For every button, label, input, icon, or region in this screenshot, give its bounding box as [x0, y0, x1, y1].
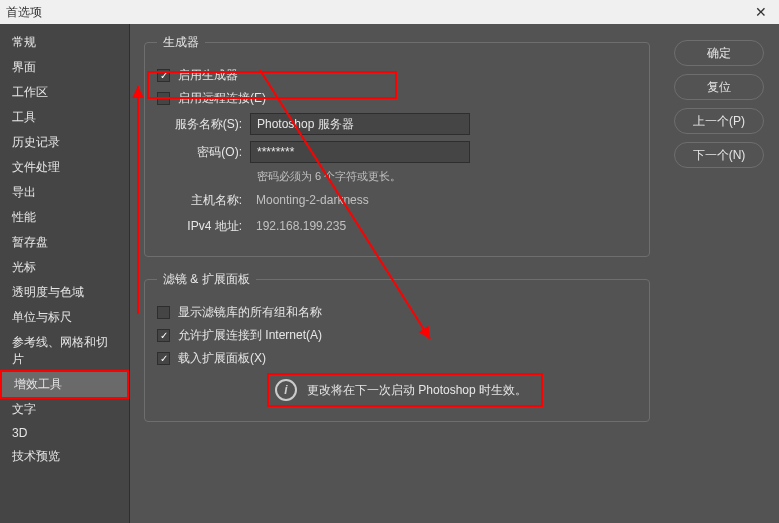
password-input[interactable]	[250, 141, 470, 163]
host-label: 主机名称:	[157, 192, 242, 209]
generator-legend: 生成器	[157, 34, 205, 51]
sidebar-item-general[interactable]: 常规	[0, 30, 129, 55]
reset-button[interactable]: 复位	[674, 74, 764, 100]
sidebar-item-filehandling[interactable]: 文件处理	[0, 155, 129, 180]
ipv4-label: IPv4 地址:	[157, 218, 242, 235]
next-button[interactable]: 下一个(N)	[674, 142, 764, 168]
password-hint: 密码必须为 6 个字符或更长。	[257, 169, 637, 184]
load-panels-checkbox[interactable]	[157, 352, 170, 365]
sidebar-item-history[interactable]: 历史记录	[0, 130, 129, 155]
show-all-filters-label: 显示滤镜库的所有组和名称	[178, 304, 322, 321]
sidebar-item-performance[interactable]: 性能	[0, 205, 129, 230]
sidebar-item-scratch[interactable]: 暂存盘	[0, 230, 129, 255]
allow-internet-checkbox[interactable]	[157, 329, 170, 342]
sidebar-item-tools[interactable]: 工具	[0, 105, 129, 130]
enable-generator-label: 启用生成器	[178, 67, 238, 84]
sidebar-item-plugins[interactable]: 增效工具	[0, 370, 129, 399]
restart-notice: i 更改将在下一次启动 Photoshop 时生效。	[267, 373, 543, 407]
sidebar-item-cursor[interactable]: 光标	[0, 255, 129, 280]
load-panels-label: 载入扩展面板(X)	[178, 350, 266, 367]
sidebar-item-export[interactable]: 导出	[0, 180, 129, 205]
sidebar-item-interface[interactable]: 界面	[0, 55, 129, 80]
sidebar: 常规 界面 工作区 工具 历史记录 文件处理 导出 性能 暂存盘 光标 透明度与…	[0, 24, 130, 523]
sidebar-item-techpreview[interactable]: 技术预览	[0, 444, 129, 469]
show-all-filters-checkbox[interactable]	[157, 306, 170, 319]
ipv4-value: 192.168.199.235	[250, 216, 470, 236]
info-icon: i	[275, 379, 297, 401]
sidebar-item-units[interactable]: 单位与标尺	[0, 305, 129, 330]
enable-remote-label: 启用远程连接(E)	[178, 90, 266, 107]
sidebar-item-3d[interactable]: 3D	[0, 422, 129, 444]
close-icon[interactable]: ✕	[749, 4, 773, 20]
enable-generator-checkbox[interactable]	[157, 69, 170, 82]
sidebar-item-guides[interactable]: 参考线、网格和切片	[0, 330, 129, 372]
sidebar-item-workspace[interactable]: 工作区	[0, 80, 129, 105]
allow-internet-label: 允许扩展连接到 Internet(A)	[178, 327, 322, 344]
ok-button[interactable]: 确定	[674, 40, 764, 66]
prev-button[interactable]: 上一个(P)	[674, 108, 764, 134]
service-name-label: 服务名称(S):	[157, 116, 242, 133]
filters-group: 滤镜 & 扩展面板 显示滤镜库的所有组和名称 允许扩展连接到 Internet(…	[144, 271, 650, 422]
generator-group: 生成器 启用生成器 启用远程连接(E) 服务名称(S): 密码(O): 密码必须…	[144, 34, 650, 257]
sidebar-item-type[interactable]: 文字	[0, 397, 129, 422]
enable-remote-checkbox[interactable]	[157, 92, 170, 105]
password-label: 密码(O):	[157, 144, 242, 161]
restart-message: 更改将在下一次启动 Photoshop 时生效。	[307, 382, 527, 399]
sidebar-item-transparency[interactable]: 透明度与色域	[0, 280, 129, 305]
window-title: 首选项	[6, 4, 749, 21]
host-value: Moonting-2-darkness	[250, 190, 470, 210]
service-name-input[interactable]	[250, 113, 470, 135]
filters-legend: 滤镜 & 扩展面板	[157, 271, 256, 288]
